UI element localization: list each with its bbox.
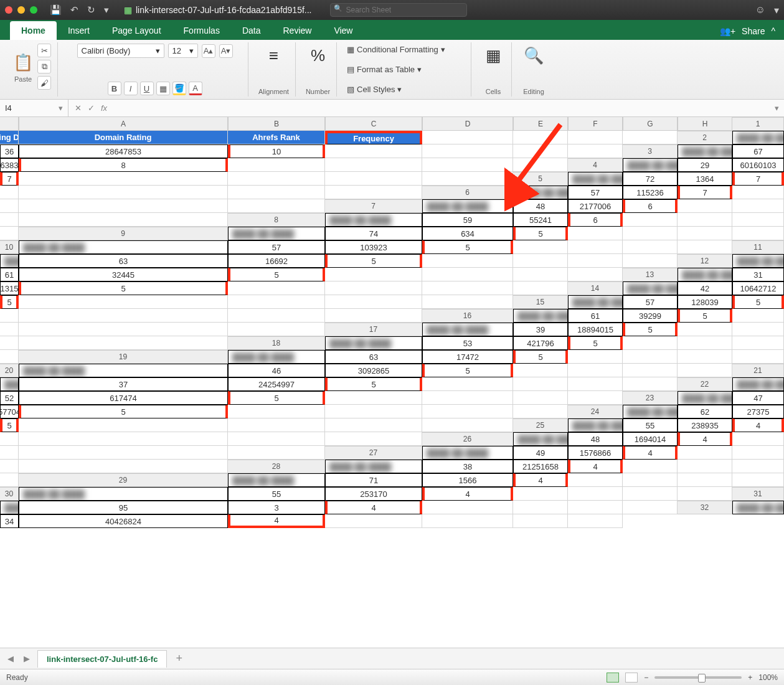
empty-cell[interactable]	[422, 268, 513, 281]
row-header-24[interactable]: 24	[568, 405, 623, 418]
empty-cell[interactable]	[513, 364, 568, 377]
fx-icon[interactable]: fx	[101, 103, 107, 113]
cell-C31[interactable]: 3	[228, 501, 325, 514]
cell-B7[interactable]: 48	[513, 199, 568, 213]
cell-C24[interactable]: 27375	[732, 405, 784, 418]
row-header-12[interactable]: 12	[678, 254, 732, 268]
empty-cell[interactable]	[623, 254, 678, 268]
conditional-formatting-button[interactable]: ▦Conditional Formatting▾	[347, 44, 445, 55]
cell-B31[interactable]: 95	[19, 501, 228, 514]
cell-B8[interactable]: 59	[422, 213, 513, 227]
empty-cell[interactable]	[623, 131, 678, 144]
cell-C14[interactable]: 10642712	[732, 281, 784, 295]
empty-cell[interactable]	[568, 144, 623, 158]
cell-A21[interactable]: ████ ██ ████	[0, 377, 19, 391]
empty-cell[interactable]	[732, 460, 784, 473]
row-header-28[interactable]: 28	[228, 460, 325, 473]
cell-B16[interactable]: 61	[568, 309, 623, 323]
cell-C2[interactable]: 28647853	[19, 144, 228, 158]
empty-cell[interactable]	[325, 514, 422, 528]
save-icon[interactable]: 💾	[50, 4, 62, 16]
cell-B3[interactable]: 67	[732, 144, 784, 158]
page-layout-view-icon[interactable]	[625, 673, 638, 683]
minimize-window-icon[interactable]	[17, 6, 25, 14]
cell-D25[interactable]: 4	[732, 418, 784, 432]
cell-C25[interactable]: 238935	[678, 418, 732, 432]
empty-cell[interactable]	[732, 309, 784, 323]
select-all-corner[interactable]	[0, 117, 19, 131]
row-header-21[interactable]: 21	[732, 364, 784, 377]
cell-A12[interactable]: ████ ██ ████	[732, 254, 784, 268]
cell-C17[interactable]: 18894015	[568, 323, 623, 336]
row-header-17[interactable]: 17	[325, 323, 422, 336]
empty-cell[interactable]	[325, 295, 422, 309]
empty-cell[interactable]	[568, 268, 623, 281]
empty-cell[interactable]	[228, 199, 325, 213]
row-header-25[interactable]: 25	[513, 418, 568, 432]
empty-cell[interactable]	[325, 158, 422, 172]
cell-B32[interactable]: 34	[0, 514, 19, 528]
cell-B28[interactable]: 38	[422, 460, 513, 473]
cell-A20[interactable]: ████ ██ ████	[19, 364, 228, 377]
cell-A13[interactable]: ████ ██ ████	[678, 268, 732, 281]
col-header-D[interactable]: D	[422, 117, 513, 131]
tab-view[interactable]: View	[323, 21, 364, 40]
empty-cell[interactable]	[422, 295, 513, 309]
empty-cell[interactable]	[732, 323, 784, 336]
empty-cell[interactable]	[19, 460, 228, 473]
empty-cell[interactable]	[228, 418, 325, 432]
cell-D30[interactable]: 4	[422, 487, 513, 501]
empty-cell[interactable]	[623, 350, 678, 364]
cell-C11[interactable]: 16692	[228, 254, 325, 268]
tab-formulas[interactable]: Formulas	[172, 21, 231, 40]
empty-cell[interactable]	[325, 186, 422, 199]
empty-cell[interactable]	[422, 172, 513, 186]
alignment-icon[interactable]: ≡	[262, 44, 285, 67]
cell-B23[interactable]: 47	[732, 391, 784, 405]
italic-button[interactable]: I	[124, 82, 138, 95]
empty-cell[interactable]	[422, 158, 513, 172]
empty-cell[interactable]	[0, 473, 19, 487]
share-label[interactable]: Share	[742, 26, 765, 36]
empty-cell[interactable]	[325, 418, 422, 432]
cell-C6[interactable]: 115236	[623, 186, 678, 199]
cell-C7[interactable]: 2177006	[568, 199, 623, 213]
cell-D2[interactable]: 10	[228, 144, 325, 158]
row-header-14[interactable]: 14	[568, 281, 623, 295]
empty-cell[interactable]	[678, 240, 732, 254]
cell-C18[interactable]: 421796	[513, 336, 568, 350]
prev-sheet-icon[interactable]: ◀	[5, 654, 16, 663]
empty-cell[interactable]	[678, 199, 732, 213]
chevron-down-icon[interactable]: ▾	[774, 4, 779, 16]
cell-D3[interactable]: 8	[19, 158, 228, 172]
underline-button[interactable]: U	[140, 82, 154, 95]
empty-cell[interactable]	[623, 213, 678, 227]
normal-view-icon[interactable]	[607, 673, 619, 683]
empty-cell[interactable]	[678, 473, 732, 487]
col-header-G[interactable]: G	[623, 117, 678, 131]
empty-cell[interactable]	[568, 514, 623, 528]
search-sheet-input[interactable]	[330, 3, 467, 17]
empty-cell[interactable]	[678, 323, 732, 336]
cell-A18[interactable]: ████ ██ ████	[325, 336, 422, 350]
cell-D10[interactable]: 5	[422, 240, 513, 254]
cell-A29[interactable]: ████ ██ ████	[228, 473, 325, 487]
cell-A7[interactable]: ████ ██ ████	[422, 199, 513, 213]
more-icon[interactable]: ▾	[104, 4, 109, 16]
empty-cell[interactable]	[0, 446, 19, 460]
row-header-10[interactable]: 10	[0, 240, 19, 254]
empty-cell[interactable]	[19, 295, 228, 309]
row-header-19[interactable]: 19	[19, 350, 228, 364]
empty-cell[interactable]	[623, 227, 678, 240]
cell-B11[interactable]: 63	[19, 254, 228, 268]
empty-cell[interactable]	[228, 405, 325, 418]
name-box[interactable]: I4▾	[0, 100, 68, 116]
row-header-22[interactable]: 22	[678, 377, 732, 391]
percent-icon[interactable]: %	[306, 44, 329, 67]
row-header-18[interactable]: 18	[228, 336, 325, 350]
cell-A32[interactable]: ████ ██ ████	[732, 501, 784, 514]
cell-A31[interactable]: ████ ██ ████	[0, 501, 19, 514]
empty-cell[interactable]	[623, 377, 678, 391]
row-header-3[interactable]: 3	[623, 144, 678, 158]
cell-A2[interactable]: ████ ██ ████	[732, 131, 784, 144]
